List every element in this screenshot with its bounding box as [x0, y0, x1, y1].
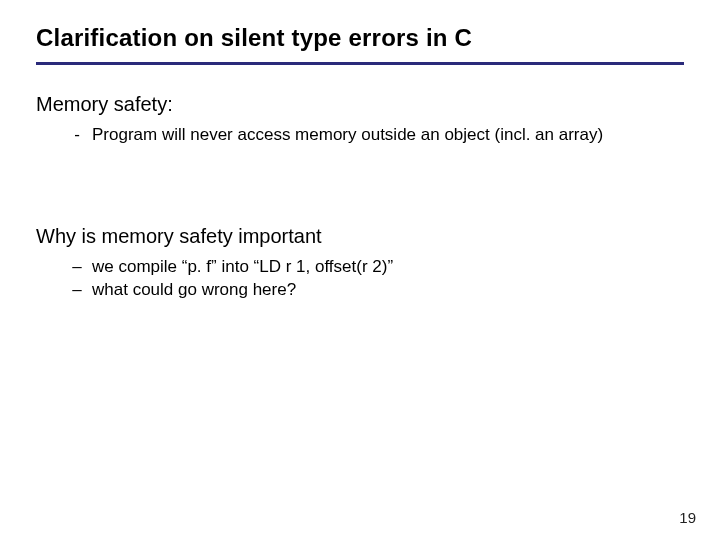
section-heading: Why is memory safety important	[36, 225, 684, 248]
bullet-marker: -	[72, 124, 82, 147]
section-why-important: Why is memory safety important – we comp…	[36, 225, 684, 302]
title-block: Clarification on silent type errors in C	[36, 24, 684, 65]
section-heading: Memory safety:	[36, 93, 684, 116]
slide-title: Clarification on silent type errors in C	[36, 24, 684, 52]
bullet-list: - Program will never access memory outsi…	[36, 124, 684, 147]
bullet-list: – we compile “p. f” into “LD r 1, offset…	[36, 256, 684, 302]
bullet-marker: –	[72, 279, 82, 302]
list-item: – what could go wrong here?	[72, 279, 684, 302]
bullet-text: we compile “p. f” into “LD r 1, offset(r…	[92, 256, 684, 279]
title-underline	[36, 62, 684, 65]
bullet-marker: –	[72, 256, 82, 279]
list-item: - Program will never access memory outsi…	[72, 124, 684, 147]
slide: Clarification on silent type errors in C…	[0, 0, 720, 540]
bullet-text: Program will never access memory outside…	[92, 124, 684, 147]
page-number: 19	[679, 509, 696, 526]
bullet-text: what could go wrong here?	[92, 279, 684, 302]
section-memory-safety: Memory safety: - Program will never acce…	[36, 93, 684, 147]
list-item: – we compile “p. f” into “LD r 1, offset…	[72, 256, 684, 279]
spacer	[36, 147, 684, 197]
